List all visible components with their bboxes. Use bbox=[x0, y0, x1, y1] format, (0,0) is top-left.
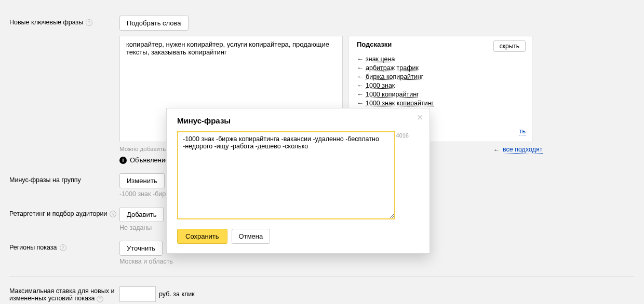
regions-desc: Москва и область bbox=[119, 258, 635, 265]
save-button[interactable]: Сохранить bbox=[177, 229, 227, 244]
arrow-left-icon[interactable]: ← bbox=[357, 81, 364, 89]
regions-label: Регионы показа bbox=[9, 244, 57, 251]
suggestion-text[interactable]: 1000 знак bbox=[366, 82, 395, 89]
info-icon: i bbox=[119, 157, 127, 164]
refine-button[interactable]: Уточнить bbox=[119, 241, 163, 256]
arrow-left-icon[interactable]: ← bbox=[357, 90, 364, 98]
close-icon[interactable]: ✕ bbox=[417, 114, 423, 122]
minus-phrases-modal: ✕ Минус-фразы 4016 Сохранить Отмена bbox=[166, 108, 430, 254]
suggestion-text[interactable]: 1000 копирайтинг bbox=[366, 91, 419, 98]
help-icon[interactable]: ? bbox=[97, 296, 103, 302]
all-match-link[interactable]: все подходят bbox=[503, 146, 543, 154]
suggestion-text[interactable]: арбитраж трафик bbox=[366, 64, 419, 72]
char-counter: 4016 bbox=[396, 132, 409, 139]
arrow-left-icon: ← bbox=[493, 146, 500, 154]
suggestion-item: ←1000 знак копирайтинг bbox=[357, 99, 526, 107]
arrow-left-icon[interactable]: ← bbox=[357, 99, 364, 107]
add-button[interactable]: Добавить bbox=[119, 207, 164, 222]
pick-words-button[interactable]: Подобрать слова bbox=[119, 16, 189, 31]
suggestion-text[interactable]: 1000 знак копирайтинг bbox=[366, 100, 434, 107]
all-match-row: ← все подходят bbox=[493, 146, 543, 154]
suggestion-item: ←биржа копирайтинг bbox=[357, 73, 526, 80]
suggestion-item: ←знак цена bbox=[357, 55, 526, 63]
arrow-left-icon[interactable]: ← bbox=[357, 73, 364, 80]
suggestions-more[interactable]: ть bbox=[519, 128, 526, 135]
suggestion-text[interactable]: биржа копирайтинг bbox=[366, 73, 423, 80]
bid-suffix: руб. за клик bbox=[159, 291, 195, 298]
help-icon[interactable]: ? bbox=[60, 244, 66, 251]
retargeting-label: Ретаргетинг и подбор аудитории bbox=[9, 210, 107, 217]
help-icon[interactable]: ? bbox=[110, 211, 116, 217]
hide-button[interactable]: скрыть bbox=[493, 40, 526, 52]
modal-title: Минус-фразы bbox=[177, 116, 419, 125]
suggestion-text[interactable]: знак цена bbox=[366, 56, 395, 63]
help-icon[interactable]: ? bbox=[86, 19, 92, 26]
suggestions-list: ←знак цена←арбитраж трафик←биржа копирай… bbox=[357, 55, 526, 116]
divider bbox=[9, 277, 635, 277]
change-button[interactable]: Изменить bbox=[119, 173, 165, 188]
suggestions-title: Подсказки bbox=[357, 40, 392, 48]
arrow-left-icon[interactable]: ← bbox=[357, 55, 364, 63]
minus-phrases-label: Минус-фразы на группу bbox=[9, 176, 81, 184]
minus-phrases-textarea[interactable] bbox=[177, 131, 395, 219]
suggestion-item: ←арбитраж трафик bbox=[357, 64, 526, 72]
bid-input[interactable] bbox=[119, 286, 156, 302]
arrow-left-icon[interactable]: ← bbox=[357, 64, 364, 72]
suggestion-item: ←1000 знак bbox=[357, 81, 526, 89]
cancel-button[interactable]: Отмена bbox=[232, 229, 271, 244]
keywords-label: Новые ключевые фразы bbox=[9, 19, 83, 26]
suggestion-item: ←1000 копирайтинг bbox=[357, 90, 526, 98]
